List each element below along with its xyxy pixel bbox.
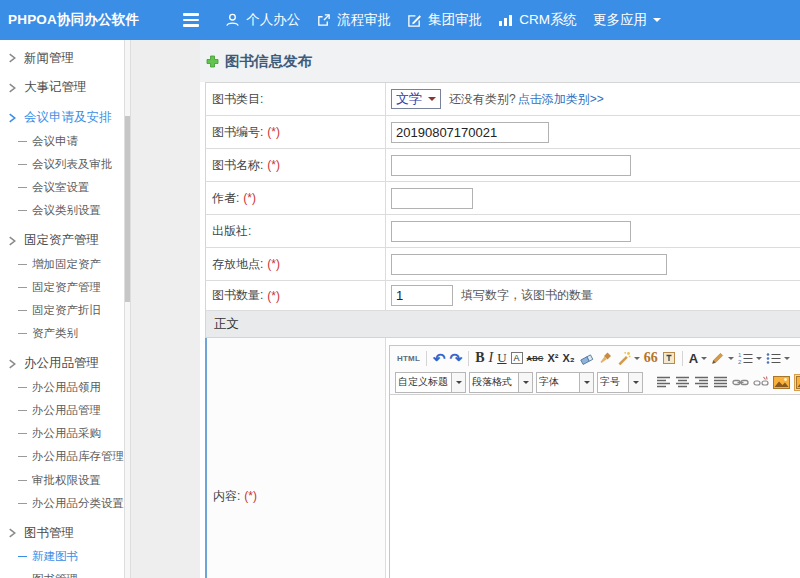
sidebar-item-label: 办公用品库存管理 (32, 449, 124, 464)
content-label-cell: 内容:(*) (207, 338, 386, 578)
sidebar-item-supplies-category-setting[interactable]: 办公用品分类设置 (0, 492, 131, 515)
author-input[interactable] (391, 188, 473, 209)
scrawl-icon[interactable] (794, 374, 800, 391)
sidebar-item-meeting-room-setting[interactable]: 会议室设置 (0, 176, 131, 199)
content-label: 内容: (213, 489, 240, 503)
quantity-input[interactable] (391, 285, 453, 306)
book-category-select[interactable]: 文学 (391, 89, 441, 109)
sidebar-item-label: 办公用品领用 (32, 380, 101, 395)
bold-icon[interactable]: B (475, 350, 484, 366)
paste-plain-icon[interactable] (662, 351, 676, 365)
sidebar-group-office-supplies-management[interactable]: 办公用品管理 (0, 352, 131, 375)
nav-process-approval[interactable]: 流程审批 (316, 11, 391, 29)
sidebar-item-supplies-inventory[interactable]: 办公用品库存管理 (0, 445, 131, 468)
sidebar-item-supplies-management[interactable]: 办公用品管理 (0, 399, 131, 422)
sidebar-item-meeting-category-setting[interactable]: 会议类别设置 (0, 199, 131, 222)
sidebar-item-label: 会议类别设置 (32, 203, 101, 218)
eraser-icon[interactable] (579, 352, 595, 365)
dash-icon (18, 287, 27, 288)
sidebar-group-book-management-group[interactable]: 图书管理 (0, 522, 131, 545)
subscript-icon[interactable]: X₂ (562, 352, 574, 364)
chevron-down-icon (518, 373, 532, 392)
unlink-icon[interactable] (753, 376, 769, 389)
insert-image-icon[interactable] (773, 376, 790, 389)
sidebar-item-supplies-requisition[interactable]: 办公用品领用 (0, 375, 131, 398)
custom-title-select[interactable]: 自定义标题 (395, 372, 466, 393)
sidebar-item-supplies-purchase[interactable]: 办公用品采购 (0, 422, 131, 445)
auto-typeset-icon[interactable] (617, 351, 640, 365)
required-mark: (*) (267, 257, 280, 271)
toolbar-separator (426, 351, 427, 366)
justify-right-icon[interactable] (694, 376, 709, 389)
paragraph-format-select[interactable]: 段落格式 (469, 372, 533, 393)
chevron-right-icon (8, 236, 17, 246)
italic-icon[interactable]: I (489, 350, 494, 366)
section-title: 正文 (214, 316, 239, 333)
sidebar-item-book-management[interactable]: 图书管理 (0, 568, 131, 578)
highlight-pen-icon[interactable] (711, 351, 734, 365)
section-bar: 正文 (205, 311, 800, 338)
sidebar-item-label: 固定资产管理 (32, 280, 101, 295)
edit-square-icon (407, 13, 422, 28)
underline-icon[interactable]: U (497, 350, 506, 366)
combo-value: 段落格式 (470, 373, 518, 392)
dash-icon (18, 164, 27, 165)
form-value-location (386, 248, 800, 280)
page-title: 图书信息发布 (225, 52, 312, 71)
ordered-list-icon[interactable]: 12 (738, 352, 762, 365)
sidebar-group-meeting-application[interactable]: 会议申请及安排 (0, 106, 131, 129)
field-label: 图书数量: (212, 287, 263, 304)
editor-content-area[interactable] (390, 395, 800, 578)
sidebar-item-asset-category[interactable]: 资产类别 (0, 322, 131, 345)
font-color-icon[interactable]: A (689, 351, 707, 366)
font-family-select[interactable]: 字体 (536, 372, 594, 393)
sidebar-scrollbar[interactable] (124, 40, 131, 578)
sidebar-item-add-fixed-asset[interactable]: 增加固定资产 (0, 252, 131, 275)
font-size-select[interactable]: 字号 (597, 372, 643, 393)
nav-label: 个人办公 (246, 11, 300, 29)
book-code-input[interactable] (391, 122, 549, 143)
justify-center-icon[interactable] (675, 376, 690, 389)
sidebar-item-fixed-asset-depreciation[interactable]: 固定资产折旧 (0, 299, 131, 322)
nav-crm-system[interactable]: CRM系统 (498, 11, 577, 29)
sidebar-group-news-management[interactable]: 新闻管理 (0, 47, 131, 70)
form-label-book-name: 图书名称:(*) (206, 149, 386, 181)
source-code-icon[interactable]: HTML (397, 354, 420, 363)
justify-full-icon[interactable] (713, 376, 728, 389)
sidebar-item-approval-permission-setting[interactable]: 审批权限设置 (0, 469, 131, 492)
nav-more-apps[interactable]: 更多应用 (593, 11, 661, 29)
sidebar-item-label: 办公用品管理 (32, 403, 101, 418)
publisher-input[interactable] (391, 221, 631, 242)
chevron-down-icon (428, 97, 436, 105)
sidebar-item-meeting-apply[interactable]: 会议申请 (0, 129, 131, 152)
chevron-right-icon (8, 359, 17, 369)
sidebar-item-fixed-asset-management[interactable]: 固定资产管理 (0, 276, 131, 299)
location-input[interactable] (391, 254, 667, 275)
book-name-input[interactable] (391, 155, 631, 176)
strikethrough-icon[interactable]: ABC (527, 354, 544, 363)
sidebar-item-label: 会议列表及审批 (32, 157, 113, 172)
add-category-link[interactable]: 点击添加类别>> (518, 91, 604, 108)
blockquote-icon[interactable]: 66 (644, 352, 658, 363)
nav-personal-office[interactable]: 个人办公 (225, 11, 300, 29)
sidebar-item-meeting-list-approval[interactable]: 会议列表及审批 (0, 153, 131, 176)
format-brush-icon[interactable] (599, 351, 613, 365)
superscript-icon[interactable]: X² (547, 352, 558, 364)
sidebar-item-new-book[interactable]: 新建图书 (0, 545, 131, 568)
dash-icon (18, 503, 27, 504)
justify-left-icon[interactable] (656, 376, 671, 389)
sidebar-group-fixed-assets-management[interactable]: 固定资产管理 (0, 229, 131, 252)
sidebar-group-memorabilia-management[interactable]: 大事记管理 (0, 76, 131, 99)
font-border-icon[interactable]: A (511, 352, 523, 364)
nav-label: 流程审批 (337, 11, 391, 29)
nav-group-approval[interactable]: 集团审批 (407, 11, 482, 29)
add-icon (206, 55, 219, 68)
link-icon[interactable] (732, 377, 749, 388)
unordered-list-icon[interactable] (766, 352, 790, 365)
toolbar-separator (682, 351, 683, 366)
scrollbar-thumb[interactable] (125, 116, 130, 302)
chevron-down-icon (579, 373, 593, 392)
redo-icon[interactable]: ↷ (450, 351, 463, 366)
menu-toggle-icon[interactable] (183, 13, 199, 26)
undo-icon[interactable]: ↶ (433, 351, 446, 366)
